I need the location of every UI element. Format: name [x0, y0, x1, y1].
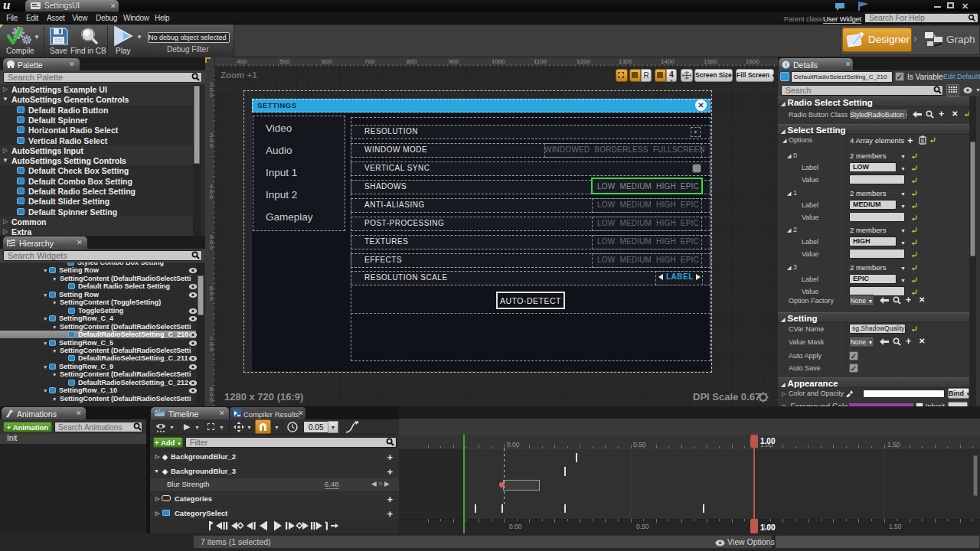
svg-text:i: i — [785, 61, 786, 68]
